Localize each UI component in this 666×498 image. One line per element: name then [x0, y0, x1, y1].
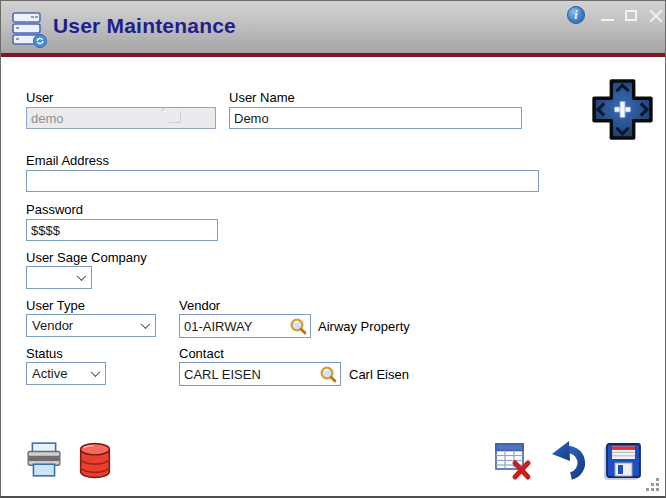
- chevron-down-icon: [77, 271, 87, 281]
- minimize-button[interactable]: [598, 6, 618, 26]
- user-name-label: User Name: [229, 90, 295, 105]
- save-button[interactable]: [603, 441, 641, 479]
- disabled-button-ghost: [169, 111, 181, 123]
- page-title: User Maintenance: [53, 14, 236, 38]
- print-button[interactable]: [25, 441, 63, 479]
- vendor-field: [179, 314, 311, 338]
- record-navigator-button[interactable]: [591, 78, 654, 141]
- vendor-label: Vendor: [179, 298, 220, 313]
- user-input: [26, 107, 216, 129]
- undo-button[interactable]: [549, 439, 587, 477]
- password-input[interactable]: [26, 219, 218, 241]
- navigator-plus-icon: [591, 78, 654, 141]
- lookup-magnifier-icon[interactable]: [289, 317, 308, 336]
- status-select[interactable]: Active: [26, 362, 106, 385]
- delete-record-button[interactable]: [493, 441, 531, 479]
- info-icon: i: [567, 6, 585, 24]
- user-name-input[interactable]: [229, 107, 522, 129]
- vendor-description: Airway Property: [318, 319, 410, 334]
- maximize-icon: [625, 10, 637, 21]
- undo-icon: [549, 439, 589, 481]
- resize-grip[interactable]: [656, 488, 659, 491]
- minimize-icon: [601, 19, 614, 21]
- user-label: User: [26, 90, 53, 105]
- user-type-value: Vendor: [32, 318, 73, 333]
- delete-record-icon: [493, 441, 533, 481]
- title-bar: User Maintenance i: [1, 1, 665, 53]
- close-button[interactable]: [646, 6, 666, 26]
- save-icon: [603, 441, 643, 481]
- contact-label: Contact: [179, 346, 224, 361]
- contact-description: Carl Eisen: [349, 367, 409, 382]
- user-sage-company-label: User Sage Company: [26, 250, 147, 265]
- email-input[interactable]: [26, 170, 539, 192]
- database-button[interactable]: [77, 441, 115, 479]
- status-value: Active: [32, 366, 67, 381]
- printer-icon: [25, 441, 63, 479]
- contact-input[interactable]: [180, 363, 326, 385]
- status-label: Status: [26, 346, 63, 361]
- maximize-button[interactable]: [622, 6, 642, 26]
- email-label: Email Address: [26, 153, 109, 168]
- user-maintenance-icon: [11, 12, 49, 48]
- chevron-down-icon: [141, 319, 151, 329]
- vendor-input[interactable]: [180, 315, 296, 337]
- info-button[interactable]: i: [567, 6, 587, 26]
- database-icon: [77, 441, 113, 479]
- title-divider: [1, 53, 665, 57]
- user-type-label: User Type: [26, 298, 85, 313]
- user-maintenance-window: User Maintenance i User User Name: [0, 0, 666, 498]
- lookup-magnifier-icon[interactable]: [319, 365, 338, 384]
- user-type-select[interactable]: Vendor: [26, 314, 156, 337]
- password-label: Password: [26, 202, 83, 217]
- contact-field: [179, 362, 341, 386]
- chevron-down-icon: [91, 367, 101, 377]
- user-sage-company-select[interactable]: [26, 266, 92, 289]
